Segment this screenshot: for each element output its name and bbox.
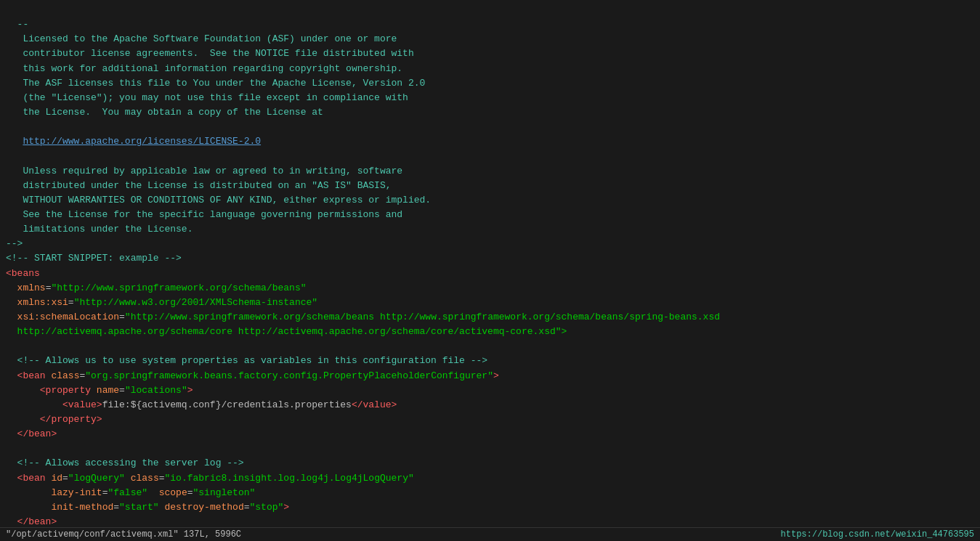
bean-close-tag: </bean>	[17, 428, 57, 439]
id-attr: id	[51, 473, 62, 484]
lazy-init-attr: lazy-init	[51, 487, 102, 498]
value-close-tag: </value>	[352, 399, 397, 410]
status-url: https://blog.csdn.net/weixin_44763595	[781, 529, 974, 540]
value-text: file:${activemq.conf}/credentials.proper…	[102, 399, 352, 410]
class2-attr: class	[131, 473, 159, 484]
name-value: "locations"	[125, 385, 187, 396]
property-close-tag: </property>	[40, 414, 102, 425]
destroy-method-attr: destroy-method	[164, 502, 243, 513]
sys-props-comment: <!-- Allows us to use system properties …	[17, 355, 488, 366]
status-file-info: "/opt/activemq/conf/activemq.xml" 137L, …	[6, 529, 241, 540]
snippet-comment: <!-- START SNIPPET: example -->	[6, 253, 182, 264]
xmlns-value: "http://www.springframework.org/schema/b…	[51, 282, 306, 293]
xsi-schema-value: "http://www.springframework.org/schema/b…	[125, 312, 720, 322]
init-method-value: "start"	[119, 502, 159, 513]
bean2-close-bracket: >	[283, 502, 289, 513]
server-log-comment: <!-- Allows accessing the server log -->	[17, 457, 244, 468]
class2-value: "io.fabric8.insight.log.log4j.Log4jLogQu…	[165, 473, 414, 484]
line-1: -- Licensed to the Apache Software Found…	[6, 19, 431, 249]
status-bar: "/opt/activemq/conf/activemq.xml" 137L, …	[0, 527, 980, 541]
id-value: "logQuery"	[68, 473, 125, 484]
init-method-attr: init-method	[51, 502, 113, 513]
property-close-bracket: >	[187, 385, 193, 396]
scope-value: "singleton"	[193, 487, 256, 498]
license-url[interactable]: http://www.apache.org/licenses/LICENSE-2…	[23, 136, 261, 147]
name-attr: name	[97, 385, 119, 396]
xmlns-xsi-attr: xmlns:xsi	[17, 297, 68, 308]
lazy-init-value: "false"	[108, 487, 147, 498]
bean2-tag: <bean	[17, 473, 46, 484]
scope-attr: scope	[159, 487, 187, 498]
xmlns-attr: xmlns	[17, 282, 46, 293]
destroy-method-value: "stop"	[250, 502, 284, 513]
class-value: "org.springframework.beans.factory.confi…	[85, 370, 493, 381]
xsi-schema-attr: xsi:schemaLocation	[17, 312, 119, 322]
beans-tag: <beans	[6, 268, 40, 279]
xmlns-xsi-value: "http://www.w3.org/2001/XMLSchema-instan…	[74, 297, 317, 308]
property-tag: <property	[40, 385, 91, 396]
bean-close-bracket: >	[493, 370, 499, 381]
class-attr: class	[51, 370, 79, 381]
value-open-tag: <value>	[62, 399, 102, 410]
bean2-close-tag: </bean>	[17, 516, 57, 527]
bean-tag: <bean	[17, 370, 46, 381]
code-editor: -- Licensed to the Apache Software Found…	[0, 0, 980, 541]
xsi-schema-value2: http://activemq.apache.org/schema/core h…	[17, 326, 567, 337]
